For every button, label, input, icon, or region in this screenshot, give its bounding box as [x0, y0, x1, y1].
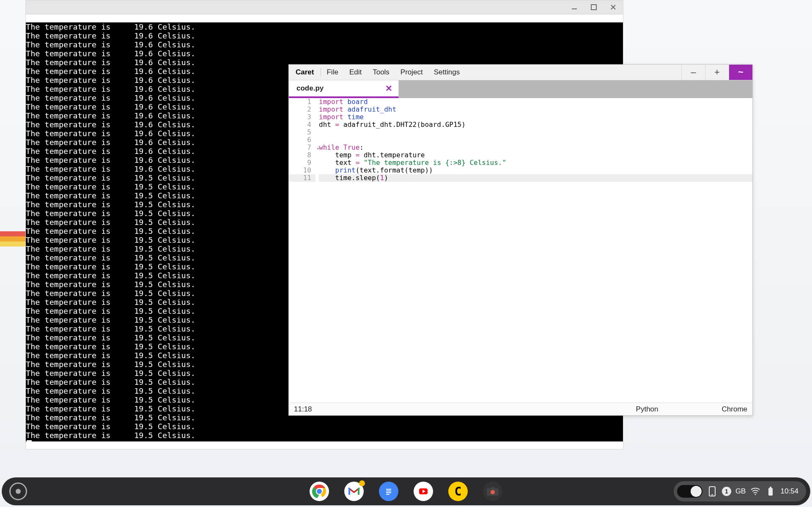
- app-caret[interactable]: C: [448, 482, 468, 501]
- caret-status-bar: 11:18 Python Chrome: [289, 403, 752, 415]
- close-button[interactable]: [609, 3, 617, 11]
- svg-rect-13: [386, 494, 390, 495]
- caret-minimize-button[interactable]: –: [681, 65, 705, 80]
- wifi-icon[interactable]: [750, 486, 761, 497]
- app-youtube[interactable]: [414, 482, 433, 501]
- minimize-button[interactable]: [571, 3, 578, 11]
- launcher-button[interactable]: [9, 482, 27, 500]
- edge-tab: [0, 241, 25, 247]
- youtube-icon: [416, 484, 431, 499]
- chrome-icon: [312, 484, 326, 499]
- svg-rect-23: [770, 487, 771, 488]
- app-docs[interactable]: [379, 482, 398, 501]
- tab-code-py[interactable]: code.py ✕: [289, 80, 399, 98]
- caret-close-button[interactable]: ~: [729, 65, 752, 80]
- svg-rect-11: [386, 491, 391, 491]
- system-tray[interactable]: 1 GB 10:54: [674, 481, 806, 502]
- caret-brand: Caret: [289, 68, 321, 77]
- camera-icon: [486, 487, 499, 496]
- gmail-icon: [348, 487, 360, 496]
- svg-rect-7: [348, 488, 350, 495]
- caret-editor-window: Caret File Edit Tools Project Settings –…: [288, 64, 753, 416]
- quick-toggle[interactable]: [677, 485, 702, 498]
- svg-rect-17: [491, 487, 495, 489]
- edge-notification-tabs: [0, 231, 25, 247]
- svg-rect-8: [358, 488, 359, 495]
- menu-project[interactable]: Project: [395, 68, 428, 77]
- maximize-button[interactable]: [590, 3, 598, 11]
- app-gmail[interactable]: [344, 482, 364, 501]
- clock: 10:54: [780, 487, 798, 496]
- tab-close-icon[interactable]: ✕: [385, 83, 392, 93]
- language-mode[interactable]: Python: [636, 405, 658, 414]
- menu-settings[interactable]: Settings: [428, 68, 465, 77]
- storage-badge: 1: [722, 487, 731, 496]
- platform-label: Chrome: [722, 405, 747, 414]
- battery-icon[interactable]: [765, 486, 776, 497]
- edge-tab: [0, 236, 25, 241]
- svg-rect-1: [591, 5, 596, 10]
- caret-maximize-button[interactable]: +: [705, 65, 729, 80]
- svg-rect-22: [768, 488, 773, 496]
- svg-rect-10: [386, 489, 391, 490]
- caret-menu-bar: Caret File Edit Tools Project Settings –…: [289, 65, 752, 80]
- menu-tools[interactable]: Tools: [367, 68, 395, 77]
- launcher-icon: [16, 489, 21, 494]
- docs-icon: [384, 485, 393, 497]
- caret-app-icon: C: [455, 485, 462, 499]
- gmail-notification-dot: [359, 480, 365, 486]
- app-camera[interactable]: [483, 482, 502, 501]
- app-chrome[interactable]: [310, 482, 329, 501]
- code-editor[interactable]: import boardimport adafruit_dhtimport ti…: [315, 98, 752, 403]
- menu-edit[interactable]: Edit: [344, 68, 367, 77]
- terminal-titlebar[interactable]: [26, 0, 623, 14]
- caret-editor-body: 1234567▾891011 import boardimport adafru…: [289, 98, 752, 403]
- chromeos-shelf: C 1 GB 10:54: [2, 477, 810, 505]
- tab-label: code.py: [296, 84, 324, 93]
- svg-point-18: [491, 490, 495, 494]
- phone-hub-icon[interactable]: [707, 486, 718, 497]
- storage-unit: GB: [735, 487, 746, 496]
- caret-tab-strip: code.py ✕: [289, 80, 752, 98]
- svg-rect-20: [711, 494, 713, 495]
- menu-file[interactable]: File: [321, 68, 343, 77]
- svg-rect-12: [386, 492, 391, 493]
- shelf-apps: C: [310, 482, 502, 501]
- cursor-position: 11:18: [294, 405, 312, 414]
- line-number-gutter: 1234567▾891011: [289, 98, 315, 403]
- svg-point-21: [755, 494, 756, 495]
- edge-tab: [0, 231, 25, 236]
